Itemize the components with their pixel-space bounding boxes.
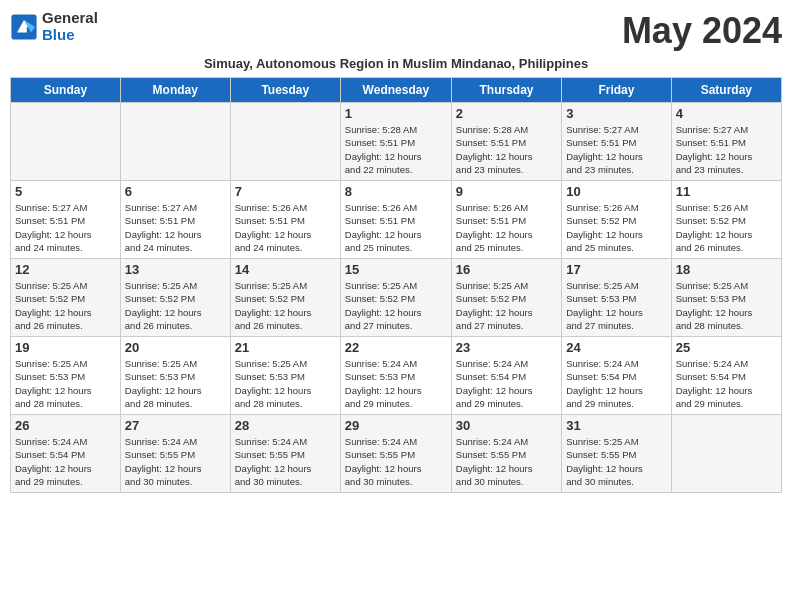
- day-info: Sunrise: 5:24 AM Sunset: 5:54 PM Dayligh…: [456, 357, 557, 410]
- day-cell: 16Sunrise: 5:25 AM Sunset: 5:52 PM Dayli…: [451, 259, 561, 337]
- day-number: 1: [345, 106, 447, 121]
- day-number: 28: [235, 418, 336, 433]
- day-number: 31: [566, 418, 666, 433]
- day-cell: 25Sunrise: 5:24 AM Sunset: 5:54 PM Dayli…: [671, 337, 781, 415]
- day-number: 11: [676, 184, 777, 199]
- day-info: Sunrise: 5:24 AM Sunset: 5:55 PM Dayligh…: [235, 435, 336, 488]
- day-cell: 15Sunrise: 5:25 AM Sunset: 5:52 PM Dayli…: [340, 259, 451, 337]
- logo-blue: Blue: [42, 27, 98, 44]
- day-number: 16: [456, 262, 557, 277]
- day-cell: 5Sunrise: 5:27 AM Sunset: 5:51 PM Daylig…: [11, 181, 121, 259]
- day-number: 30: [456, 418, 557, 433]
- week-row: 5Sunrise: 5:27 AM Sunset: 5:51 PM Daylig…: [11, 181, 782, 259]
- page-header: General Blue May 2024: [10, 10, 782, 52]
- day-info: Sunrise: 5:25 AM Sunset: 5:53 PM Dayligh…: [676, 279, 777, 332]
- day-info: Sunrise: 5:24 AM Sunset: 5:55 PM Dayligh…: [456, 435, 557, 488]
- day-cell: 31Sunrise: 5:25 AM Sunset: 5:55 PM Dayli…: [562, 415, 671, 493]
- day-cell: 28Sunrise: 5:24 AM Sunset: 5:55 PM Dayli…: [230, 415, 340, 493]
- day-number: 5: [15, 184, 116, 199]
- day-info: Sunrise: 5:25 AM Sunset: 5:52 PM Dayligh…: [235, 279, 336, 332]
- calendar-table: SundayMondayTuesdayWednesdayThursdayFrid…: [10, 77, 782, 493]
- day-info: Sunrise: 5:25 AM Sunset: 5:53 PM Dayligh…: [566, 279, 666, 332]
- day-cell: [11, 103, 121, 181]
- day-cell: 4Sunrise: 5:27 AM Sunset: 5:51 PM Daylig…: [671, 103, 781, 181]
- day-number: 20: [125, 340, 226, 355]
- day-cell: 3Sunrise: 5:27 AM Sunset: 5:51 PM Daylig…: [562, 103, 671, 181]
- week-row: 1Sunrise: 5:28 AM Sunset: 5:51 PM Daylig…: [11, 103, 782, 181]
- day-cell: 14Sunrise: 5:25 AM Sunset: 5:52 PM Dayli…: [230, 259, 340, 337]
- day-cell: [120, 103, 230, 181]
- day-cell: 17Sunrise: 5:25 AM Sunset: 5:53 PM Dayli…: [562, 259, 671, 337]
- header-cell-monday: Monday: [120, 78, 230, 103]
- day-number: 23: [456, 340, 557, 355]
- day-cell: 13Sunrise: 5:25 AM Sunset: 5:52 PM Dayli…: [120, 259, 230, 337]
- day-info: Sunrise: 5:28 AM Sunset: 5:51 PM Dayligh…: [456, 123, 557, 176]
- day-info: Sunrise: 5:24 AM Sunset: 5:54 PM Dayligh…: [676, 357, 777, 410]
- day-cell: 19Sunrise: 5:25 AM Sunset: 5:53 PM Dayli…: [11, 337, 121, 415]
- day-info: Sunrise: 5:24 AM Sunset: 5:54 PM Dayligh…: [15, 435, 116, 488]
- day-number: 19: [15, 340, 116, 355]
- day-cell: 30Sunrise: 5:24 AM Sunset: 5:55 PM Dayli…: [451, 415, 561, 493]
- day-cell: 27Sunrise: 5:24 AM Sunset: 5:55 PM Dayli…: [120, 415, 230, 493]
- day-cell: 12Sunrise: 5:25 AM Sunset: 5:52 PM Dayli…: [11, 259, 121, 337]
- logo-icon: [10, 13, 38, 41]
- day-cell: 21Sunrise: 5:25 AM Sunset: 5:53 PM Dayli…: [230, 337, 340, 415]
- day-number: 17: [566, 262, 666, 277]
- day-number: 9: [456, 184, 557, 199]
- week-row: 19Sunrise: 5:25 AM Sunset: 5:53 PM Dayli…: [11, 337, 782, 415]
- day-number: 13: [125, 262, 226, 277]
- day-info: Sunrise: 5:27 AM Sunset: 5:51 PM Dayligh…: [15, 201, 116, 254]
- day-info: Sunrise: 5:24 AM Sunset: 5:55 PM Dayligh…: [345, 435, 447, 488]
- day-number: 18: [676, 262, 777, 277]
- day-number: 8: [345, 184, 447, 199]
- day-cell: 1Sunrise: 5:28 AM Sunset: 5:51 PM Daylig…: [340, 103, 451, 181]
- day-number: 12: [15, 262, 116, 277]
- week-row: 12Sunrise: 5:25 AM Sunset: 5:52 PM Dayli…: [11, 259, 782, 337]
- day-cell: [671, 415, 781, 493]
- day-number: 6: [125, 184, 226, 199]
- day-cell: 23Sunrise: 5:24 AM Sunset: 5:54 PM Dayli…: [451, 337, 561, 415]
- day-number: 26: [15, 418, 116, 433]
- logo-general: General: [42, 10, 98, 27]
- day-number: 29: [345, 418, 447, 433]
- day-info: Sunrise: 5:26 AM Sunset: 5:51 PM Dayligh…: [456, 201, 557, 254]
- day-cell: 24Sunrise: 5:24 AM Sunset: 5:54 PM Dayli…: [562, 337, 671, 415]
- page-subtitle: Simuay, Autonomous Region in Muslim Mind…: [10, 56, 782, 71]
- day-cell: 6Sunrise: 5:27 AM Sunset: 5:51 PM Daylig…: [120, 181, 230, 259]
- day-info: Sunrise: 5:25 AM Sunset: 5:52 PM Dayligh…: [345, 279, 447, 332]
- day-info: Sunrise: 5:27 AM Sunset: 5:51 PM Dayligh…: [125, 201, 226, 254]
- day-cell: 2Sunrise: 5:28 AM Sunset: 5:51 PM Daylig…: [451, 103, 561, 181]
- day-cell: [230, 103, 340, 181]
- day-cell: 26Sunrise: 5:24 AM Sunset: 5:54 PM Dayli…: [11, 415, 121, 493]
- day-number: 22: [345, 340, 447, 355]
- day-number: 3: [566, 106, 666, 121]
- day-info: Sunrise: 5:26 AM Sunset: 5:51 PM Dayligh…: [235, 201, 336, 254]
- day-info: Sunrise: 5:25 AM Sunset: 5:55 PM Dayligh…: [566, 435, 666, 488]
- header-cell-tuesday: Tuesday: [230, 78, 340, 103]
- day-info: Sunrise: 5:26 AM Sunset: 5:52 PM Dayligh…: [676, 201, 777, 254]
- day-info: Sunrise: 5:26 AM Sunset: 5:52 PM Dayligh…: [566, 201, 666, 254]
- day-info: Sunrise: 5:25 AM Sunset: 5:52 PM Dayligh…: [15, 279, 116, 332]
- day-number: 24: [566, 340, 666, 355]
- header-cell-friday: Friday: [562, 78, 671, 103]
- header-row: SundayMondayTuesdayWednesdayThursdayFrid…: [11, 78, 782, 103]
- day-info: Sunrise: 5:25 AM Sunset: 5:53 PM Dayligh…: [125, 357, 226, 410]
- day-cell: 22Sunrise: 5:24 AM Sunset: 5:53 PM Dayli…: [340, 337, 451, 415]
- month-title: May 2024: [622, 10, 782, 52]
- day-info: Sunrise: 5:28 AM Sunset: 5:51 PM Dayligh…: [345, 123, 447, 176]
- day-info: Sunrise: 5:24 AM Sunset: 5:54 PM Dayligh…: [566, 357, 666, 410]
- day-number: 25: [676, 340, 777, 355]
- day-number: 27: [125, 418, 226, 433]
- day-cell: 8Sunrise: 5:26 AM Sunset: 5:51 PM Daylig…: [340, 181, 451, 259]
- day-info: Sunrise: 5:27 AM Sunset: 5:51 PM Dayligh…: [676, 123, 777, 176]
- day-number: 15: [345, 262, 447, 277]
- day-info: Sunrise: 5:24 AM Sunset: 5:53 PM Dayligh…: [345, 357, 447, 410]
- header-cell-saturday: Saturday: [671, 78, 781, 103]
- header-cell-thursday: Thursday: [451, 78, 561, 103]
- day-info: Sunrise: 5:25 AM Sunset: 5:52 PM Dayligh…: [456, 279, 557, 332]
- day-number: 14: [235, 262, 336, 277]
- day-info: Sunrise: 5:26 AM Sunset: 5:51 PM Dayligh…: [345, 201, 447, 254]
- logo: General Blue: [10, 10, 98, 43]
- header-cell-sunday: Sunday: [11, 78, 121, 103]
- day-number: 7: [235, 184, 336, 199]
